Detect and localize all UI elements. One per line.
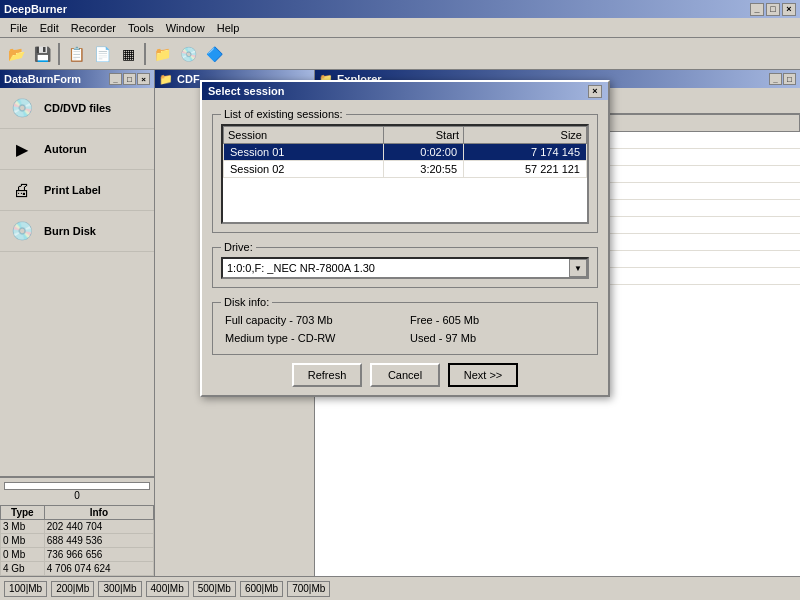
status-700mb: 700|Mb xyxy=(287,581,330,597)
toolbar-view1[interactable]: ▦ xyxy=(116,42,140,66)
menu-tools[interactable]: Tools xyxy=(122,20,160,36)
maximize-button[interactable]: □ xyxy=(766,3,780,16)
toolbar-save[interactable]: 💾 xyxy=(30,42,54,66)
drive-select-wrapper[interactable]: 1:0:0,F: _NEC NR-7800A 1.30 ▼ xyxy=(221,257,589,279)
drive-select[interactable]: 1:0:0,F: _NEC NR-7800A 1.30 xyxy=(221,257,589,279)
title-bar: DeepBurner _ □ × xyxy=(0,0,800,18)
select-session-dialog: Select session × List of existing sessio… xyxy=(200,80,610,397)
menu-help[interactable]: Help xyxy=(211,20,246,36)
status-600mb: 600|Mb xyxy=(240,581,283,597)
toolbar-paste[interactable]: 📄 xyxy=(90,42,114,66)
disk-medium-type: Medium type - CD-RW xyxy=(221,330,404,346)
minimize-button[interactable]: _ xyxy=(750,3,764,16)
status-100mb: 100|Mb xyxy=(4,581,47,597)
toolbar-sep1 xyxy=(58,43,60,65)
disk-info-legend: Disk info: xyxy=(221,296,272,308)
disk-info-fieldset: Disk info: Full capacity - 703 Mb Free -… xyxy=(212,296,598,355)
menu-edit[interactable]: Edit xyxy=(34,20,65,36)
sessions-table: Session Start Size Session 010:02:007 17… xyxy=(223,126,587,178)
toolbar-folder[interactable]: 📁 xyxy=(150,42,174,66)
dialog-title-label: Select session xyxy=(208,85,284,97)
session-col-size: Size xyxy=(464,127,587,144)
menu-bar: File Edit Recorder Tools Window Help xyxy=(0,18,800,38)
status-300mb: 300|Mb xyxy=(98,581,141,597)
close-button[interactable]: × xyxy=(782,3,796,16)
menu-file[interactable]: File xyxy=(4,20,34,36)
menu-window[interactable]: Window xyxy=(160,20,211,36)
toolbar-extra[interactable]: 🔷 xyxy=(202,42,226,66)
title-bar-buttons: _ □ × xyxy=(750,3,796,16)
session-row[interactable]: Session 010:02:007 174 145 xyxy=(224,144,587,161)
toolbar-burn[interactable]: 💿 xyxy=(176,42,200,66)
toolbar: 📂 💾 📋 📄 ▦ 📁 💿 🔷 xyxy=(0,38,800,70)
disk-free: Free - 605 Mb xyxy=(406,312,589,328)
sessions-legend: List of existing sessions: xyxy=(221,108,346,120)
toolbar-open[interactable]: 📂 xyxy=(4,42,28,66)
disk-used: Used - 97 Mb xyxy=(406,330,589,346)
dialog-title: Select session × xyxy=(202,82,608,100)
session-row[interactable]: Session 023:20:5557 221 121 xyxy=(224,161,587,178)
status-200mb: 200|Mb xyxy=(51,581,94,597)
drive-legend: Drive: xyxy=(221,241,256,253)
session-col-start: Start xyxy=(384,127,464,144)
sessions-fieldset: List of existing sessions: Session Start… xyxy=(212,108,598,233)
toolbar-copy[interactable]: 📋 xyxy=(64,42,88,66)
disk-full-capacity: Full capacity - 703 Mb xyxy=(221,312,404,328)
menu-recorder[interactable]: Recorder xyxy=(65,20,122,36)
modal-overlay: Select session × List of existing sessio… xyxy=(0,70,800,576)
status-bar: 100|Mb 200|Mb 300|Mb 400|Mb 500|Mb 600|M… xyxy=(0,576,800,600)
sessions-container[interactable]: Session Start Size Session 010:02:007 17… xyxy=(221,124,589,224)
disk-info-grid: Full capacity - 703 Mb Free - 605 Mb Med… xyxy=(221,312,589,346)
dialog-title-btns: × xyxy=(588,85,602,98)
session-col-name: Session xyxy=(224,127,384,144)
main-content: DataBurnForm _ □ × 💿 CD/DVD files ▶ Auto… xyxy=(0,70,800,576)
dialog-body: List of existing sessions: Session Start… xyxy=(202,100,608,395)
refresh-button[interactable]: Refresh xyxy=(292,363,362,387)
dialog-buttons: Refresh Cancel Next >> xyxy=(212,363,598,387)
toolbar-sep2 xyxy=(144,43,146,65)
next-button[interactable]: Next >> xyxy=(448,363,518,387)
cancel-button[interactable]: Cancel xyxy=(370,363,440,387)
drive-fieldset: Drive: 1:0:0,F: _NEC NR-7800A 1.30 ▼ xyxy=(212,241,598,288)
status-500mb: 500|Mb xyxy=(193,581,236,597)
status-400mb: 400|Mb xyxy=(146,581,189,597)
app-title: DeepBurner xyxy=(4,3,67,15)
dialog-close-button[interactable]: × xyxy=(588,85,602,98)
